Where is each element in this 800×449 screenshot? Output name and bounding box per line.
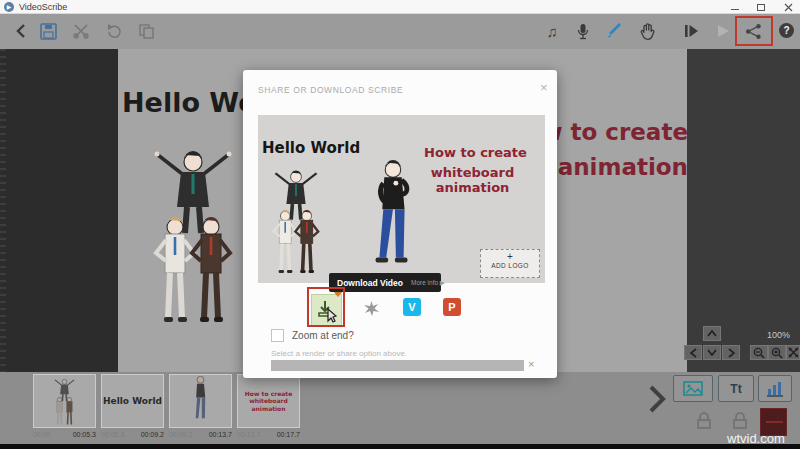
back-icon[interactable] [10, 20, 32, 42]
sho-share-option[interactable] [363, 300, 380, 321]
render-progress-bar [271, 360, 524, 371]
dialog-close-icon[interactable]: × [540, 80, 548, 95]
plus-icon: + [481, 252, 539, 262]
pan-down-button[interactable] [703, 345, 721, 360]
thumbnail-4-timestamps: 00:13.7 00:17.7 [237, 431, 300, 438]
film-ticks [0, 49, 6, 372]
add-chart-button[interactable] [758, 375, 792, 402]
disabled-lock-icon-2 [732, 412, 748, 433]
fit-zoom-button[interactable] [786, 345, 800, 360]
thumbnail-hello-text: Hello World [102, 375, 163, 427]
thumbnail-1-timestamps: 00:00 00:05.3 [33, 431, 96, 438]
zoom-in-button[interactable] [768, 345, 786, 360]
powerpoint-option[interactable]: P [443, 298, 461, 316]
clip-start-time: 00:13.7 [237, 431, 260, 438]
bottom-edge-strip [0, 444, 800, 449]
pan-up-button[interactable] [703, 326, 721, 341]
clip-end-time: 00:17.7 [277, 431, 300, 438]
preview-acrobats-illustration [266, 160, 326, 278]
watermark-text: wtvid.com [727, 431, 785, 446]
zoom-at-end-row: Zoom at end? [271, 329, 354, 342]
zoom-at-end-label: Zoom at end? [292, 330, 354, 341]
add-logo-button[interactable]: + ADD LOGO [480, 249, 540, 278]
zoom-level-readout: 100% [767, 330, 790, 340]
thumbnail-acrobats-illustration [34, 375, 95, 427]
progress-clear-icon[interactable]: × [528, 358, 534, 370]
dialog-title: SHARE OR DOWNLOAD SCRIBE [258, 85, 403, 95]
window-title: VideoScribe [19, 2, 67, 12]
chart-icon [766, 381, 784, 397]
copy-icon[interactable] [135, 20, 157, 42]
helper-text: Select a render or share option above. [271, 349, 407, 358]
add-text-button[interactable]: Tt [718, 375, 754, 402]
preview-red-text-line2: whiteboard animation [400, 165, 545, 195]
share-options-row: V P [243, 290, 557, 330]
clip-start-time: 00:09.2 [169, 431, 192, 438]
timeline-next-icon[interactable] [646, 384, 668, 414]
image-icon [683, 381, 703, 396]
play-from-here-icon[interactable] [680, 20, 702, 42]
zoom-at-end-checkbox[interactable] [271, 329, 284, 342]
help-icon[interactable]: ? [779, 23, 794, 38]
disabled-lock-icon-1 [696, 412, 712, 433]
annotation-box-download [307, 287, 345, 327]
hand-tool-icon[interactable] [636, 20, 658, 42]
add-logo-label: ADD LOGO [481, 262, 539, 269]
cut-icon[interactable] [70, 20, 92, 42]
download-video-tooltip: Download Video More info ▶ [329, 273, 441, 292]
timeline-bar: Hello World How to create whiteboard ani… [0, 372, 800, 444]
videoscribe-app: ▶ VideoScribe ♫ [0, 0, 800, 449]
pan-left-button[interactable] [684, 345, 702, 360]
main-toolbar: ♫ ? [0, 14, 800, 49]
undo-icon[interactable] [103, 20, 125, 42]
minimize-button[interactable] [727, 3, 743, 12]
share-download-dialog: SHARE OR DOWNLOAD SCRIBE × Hello World [243, 70, 557, 378]
close-window-button[interactable] [780, 3, 796, 12]
clip-end-time: 00:05.3 [73, 431, 96, 438]
clip-end-time: 00:09.2 [141, 431, 164, 438]
play-preview-icon[interactable] [712, 20, 734, 42]
clip-start-time: 00:00 [33, 431, 51, 438]
timeline-thumbnail-1[interactable] [33, 374, 96, 428]
preview-hello-text: Hello World [262, 139, 360, 157]
thumbnail-man-illustration [170, 375, 231, 427]
draw-pen-icon[interactable] [603, 20, 625, 42]
preview-red-text-line1: How to create [418, 145, 533, 160]
more-info-link[interactable]: More info ▶ [411, 279, 445, 287]
tooltip-label: Download Video [337, 278, 403, 288]
vimeo-option[interactable]: V [403, 298, 421, 316]
timeline-thumbnail-2[interactable]: Hello World [101, 374, 164, 428]
left-panel-strip [0, 49, 118, 372]
microphone-icon[interactable] [572, 20, 594, 42]
scribe-preview: Hello World [258, 115, 545, 283]
pan-right-button[interactable] [722, 345, 740, 360]
save-icon[interactable] [37, 20, 59, 42]
annotation-box-share [735, 16, 773, 46]
app-logo-icon: ▶ [4, 2, 14, 12]
right-control-panel: 100% [687, 49, 800, 372]
zoom-out-button[interactable] [750, 345, 768, 360]
title-bar: ▶ VideoScribe [0, 0, 800, 14]
thumbnail-red-text: How to create whiteboard animation [238, 375, 299, 427]
maximize-button[interactable] [753, 3, 769, 12]
clip-end-time: 00:13.7 [209, 431, 232, 438]
thumbnail-3-timestamps: 00:09.2 00:13.7 [169, 431, 232, 438]
add-image-button[interactable] [673, 375, 713, 402]
music-icon[interactable]: ♫ [541, 20, 563, 42]
clip-start-time: 00:05.3 [101, 431, 124, 438]
thumbnail-2-timestamps: 00:05.3 00:09.2 [101, 431, 164, 438]
text-tool-icon: Tt [730, 382, 741, 396]
timeline-thumbnail-4[interactable]: How to create whiteboard animation [237, 374, 300, 428]
timeline-thumbnail-3[interactable] [169, 374, 232, 428]
illustration-acrobats [143, 137, 243, 327]
